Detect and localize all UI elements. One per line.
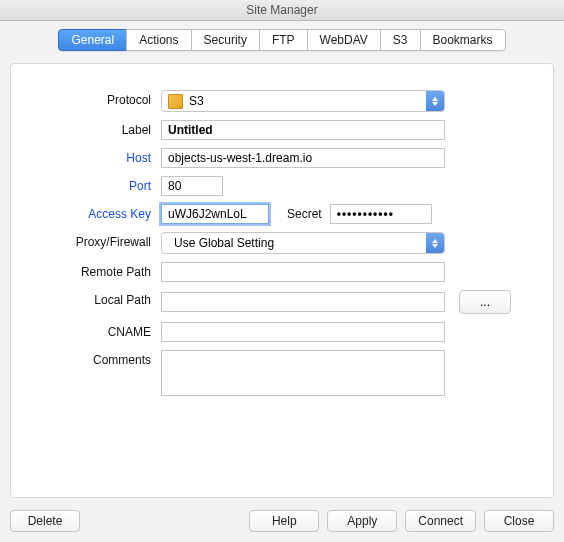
site-manager-window: Site Manager General Actions Security FT… [0,0,564,542]
remote-path-field[interactable] [161,262,445,282]
protocol-label: Protocol [33,90,161,112]
chevron-updown-icon [426,233,444,253]
form: Protocol S3 Label [33,82,531,407]
apply-button[interactable]: Apply [327,510,397,532]
connect-button[interactable]: Connect [405,510,476,532]
tab-security[interactable]: Security [191,29,259,51]
tab-general[interactable]: General [58,29,126,51]
label-label: Label [33,120,161,140]
window-title: Site Manager [0,0,564,21]
cname-label: CNAME [33,322,161,342]
protocol-value: S3 [187,94,426,108]
delete-button[interactable]: Delete [10,510,80,532]
proxy-label: Proxy/Firewall [33,232,161,254]
access-key-field[interactable] [161,204,269,224]
secret-label: Secret [287,207,322,221]
host-field[interactable] [161,148,445,168]
label-field[interactable] [161,120,445,140]
help-button[interactable]: Help [249,510,319,532]
host-label: Host [33,148,161,168]
tab-actions[interactable]: Actions [126,29,190,51]
proxy-value: Use Global Setting [168,236,426,250]
tab-bar: General Actions Security FTP WebDAV S3 B… [10,29,554,51]
main-panel: General Actions Security FTP WebDAV S3 B… [0,21,564,502]
proxy-select[interactable]: Use Global Setting [161,232,445,254]
close-button[interactable]: Close [484,510,554,532]
protocol-select[interactable]: S3 [161,90,445,112]
tab-group: General Actions Security FTP WebDAV S3 B… [58,29,505,51]
browse-button[interactable]: ... [459,290,511,314]
local-path-label: Local Path [33,290,161,314]
comments-field[interactable] [161,350,445,396]
chevron-updown-icon [426,91,444,111]
access-key-label: Access Key [33,204,161,224]
remote-path-label: Remote Path [33,262,161,282]
cname-field[interactable] [161,322,445,342]
secret-field[interactable] [330,204,432,224]
local-path-field[interactable] [161,292,445,312]
general-panel: Protocol S3 Label [10,63,554,498]
tab-s3[interactable]: S3 [380,29,420,51]
comments-label: Comments [33,350,161,399]
port-label: Port [33,176,161,196]
footer-bar: Delete Help Apply Connect Close [0,502,564,542]
tab-webdav[interactable]: WebDAV [307,29,380,51]
s3-cube-icon [168,94,183,109]
port-field[interactable] [161,176,223,196]
tab-bookmarks[interactable]: Bookmarks [420,29,506,51]
tab-ftp[interactable]: FTP [259,29,307,51]
